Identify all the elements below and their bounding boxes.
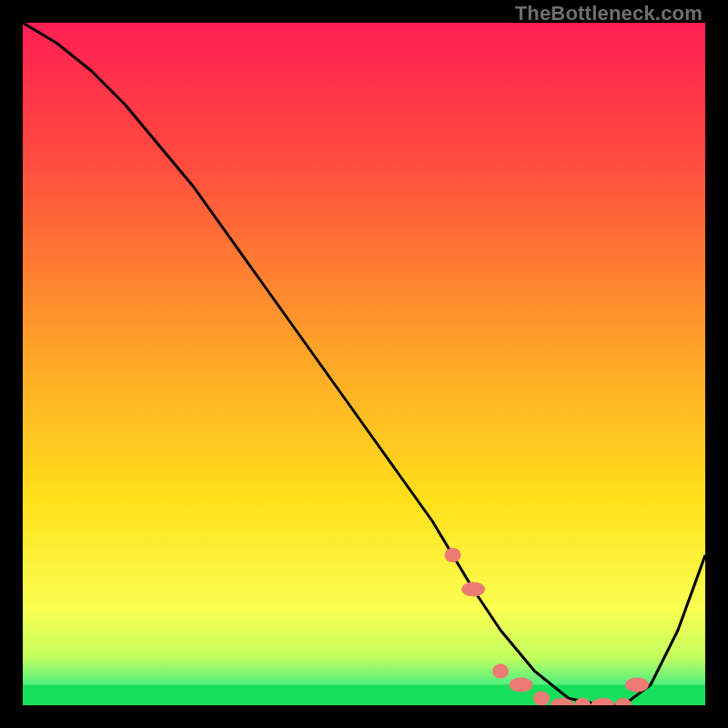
highlight-dot — [533, 692, 550, 706]
highlight-dot — [492, 664, 509, 679]
gradient-background — [23, 23, 705, 705]
highlight-dot — [461, 582, 485, 597]
highlight-dot — [445, 548, 461, 562]
bottleneck-chart — [23, 23, 705, 705]
highlight-dot — [510, 678, 533, 693]
chart-frame — [23, 23, 705, 705]
highlight-dot — [625, 678, 649, 693]
